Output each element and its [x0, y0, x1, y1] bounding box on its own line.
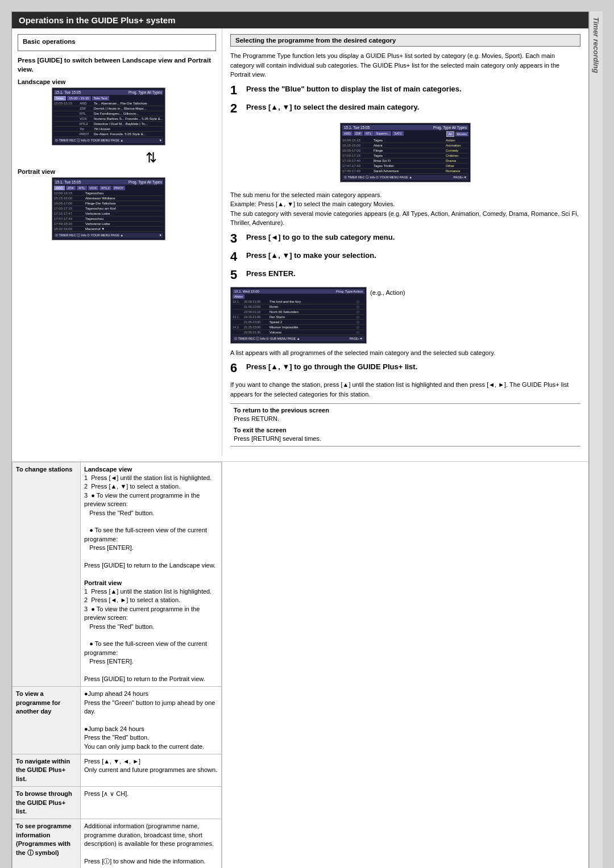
pt-row-4: 17:00-17:15 Tagesschau am fünf: [54, 206, 163, 211]
basic-ops-title: Basic operations: [23, 38, 211, 45]
ls-row-4: VOX Nurtens Barbies S... Freunde... 5.05…: [54, 116, 163, 122]
intro-text: The Programme Type function lets you dis…: [230, 51, 580, 80]
pt-tab-rtl2: RTL2: [99, 186, 111, 190]
step-5: 5 Press ENTER.: [230, 269, 580, 281]
cat-row-2: 15:15-16:00 Abent Animation: [342, 143, 468, 148]
page-wrapper: Operations in the GUIDE Plus+ system Bas…: [0, 0, 614, 868]
bottom-table: To change stations Landscape view 1 Pres…: [12, 461, 588, 868]
pt-footer: ⊙ TIMER REC ⓘ Info ⊙ YOUR MENU PAGE ▲ ▼: [54, 233, 163, 238]
return-notice-text: Press RETURN.: [234, 415, 577, 423]
action-screen-tabs: Aktion: [233, 294, 364, 299]
pt-tab-rtl: RTL: [77, 186, 86, 190]
cat-row-7: 17:40-17:40 Sarah Adventure Romance: [342, 169, 468, 174]
exit-notice-title: To exit the screen: [234, 426, 577, 435]
press-guide-text: Press [GUIDE] to switch between Landscap…: [18, 56, 216, 74]
pt-row-8: 18:30-19:00 Marienhof ▼: [54, 227, 163, 232]
content-programme-info: Additional information (programme name, …: [81, 819, 222, 868]
category-screen: 15.1. Tue 15:05 Prog. Type All Types ARD…: [340, 123, 471, 182]
section-title: Operations in the GUIDE Plus+ system: [19, 15, 176, 25]
ls-row-5: RTL2 Detective / Duel M... Bayblide | To…: [54, 122, 163, 127]
bottom-table-left: To change stations Landscape view 1 Pres…: [12, 462, 222, 868]
content-browse: Press [∧ ∨ CH].: [81, 787, 222, 819]
step6-detail: If you want to change the station, press…: [230, 380, 580, 399]
step-6-text: Press [▲, ▼] to go through the GUIDE Plu…: [246, 362, 580, 372]
landscape-view-label: Landscape view: [18, 78, 216, 85]
table-row-programme-info: To see programme information (Programmes…: [13, 819, 222, 868]
content-navigate: Press [▲, ▼, ◄, ►] Only current and futu…: [81, 754, 222, 787]
timer-recording-label: Timer recording: [592, 17, 600, 73]
step-6-content: Press [▲, ▼] to go through the GUIDE Plu…: [246, 362, 580, 372]
label-another-day: To view a programme for another day: [13, 687, 81, 754]
content-change-stations: Landscape view 1 Press [◄] until the sta…: [81, 462, 222, 687]
ls-tab-3: Tele-Text: [92, 96, 109, 101]
pt-row-2: 15:15-16:00 Abenteuer Wildtiere: [54, 196, 163, 201]
label-navigate: To navigate within the GUIDE Plus+ list.: [13, 754, 81, 787]
cat-screen-tabs: ARD ZDF RTL Superm... SAT1 All Movies: [342, 131, 468, 137]
right-column: Selecting the programme from the desired…: [222, 28, 588, 456]
portrait-screen-tabs: ARD ZDF RTL VOX RTL2 PRO7: [54, 186, 163, 190]
cat-row-5: 17:15-17:40 Britai Sci Fi Drama: [342, 158, 468, 164]
cat-screen-body: 10:00-15:15 Tages Action 15:15-16:00 Abe…: [342, 138, 468, 174]
pt-row-7: 17:49-18:30 Verbotene Liebe: [54, 222, 163, 227]
selecting-header: Selecting the programme from the desired…: [230, 34, 580, 47]
step-2-content: Press [▲, ▼] to select the desired main …: [246, 102, 580, 112]
cat-row-3: 16:00-17:00 Fliege Comedy: [342, 148, 468, 153]
ls-row-3: RTL Die Familiengerc... Gillmore...: [54, 111, 163, 116]
landscape-screen-tabs: Telev. 15:00 - 15:30 Tele-Text: [54, 96, 163, 101]
step-4-text: Press [▲, ▼] to make your selection.: [246, 251, 580, 261]
pt-row-3: 16:00-17:00 Fliege-Die Talkshow: [54, 201, 163, 206]
content-another-day: ●Jump ahead 24 hours Press the "Green" b…: [81, 687, 222, 754]
content-area: Basic operations Press [GUIDE] to switch…: [12, 28, 588, 456]
action-screen: 15.1. Wed 15:00 Prog. Type Action Aktion…: [230, 287, 367, 344]
portrait-screen: 15.1. Tue 15:05 Prog. Type All Types ARD…: [52, 177, 165, 240]
pt-tab-vox: VOX: [88, 186, 99, 190]
act-row-2: 21:00-23:00 Ronin ⓘ: [233, 304, 364, 310]
pt-row-5: 17:15-17:47 Verbotene Liebe: [54, 211, 163, 216]
act-row-5: 21:00-23:00 Speed 2 ⓘ: [233, 320, 364, 325]
step-1-number: 1: [230, 84, 246, 97]
timer-recording-sidebar: Timer recording: [589, 11, 603, 868]
exit-notice-text: Press [RETURN] several times.: [234, 435, 577, 443]
label-browse: To browse through the GUIDE Plus+ list.: [13, 787, 81, 819]
ls-footer: ⊙ TIMER REC ⓘ Info ⊙ YOUR MENU PAGE ▲ ▼: [54, 138, 163, 143]
ls-tab-1: Telev.: [54, 96, 66, 101]
step-3-content: Press [◄] to go to the sub category menu…: [246, 232, 580, 243]
pt-tab-zdf: ZDF: [66, 186, 76, 190]
action-screen-footer: ⊙ TIMER REC ⓘ Info ⊙ SUB MENU PAGE ▲ PAG…: [233, 336, 364, 341]
return-notice-title: To return to the previous screen: [234, 406, 577, 415]
step-1-content: Press the "Blue" button to display the l…: [246, 84, 580, 94]
step-3: 3 Press [◄] to go to the sub category me…: [230, 232, 580, 245]
step-2-number: 2: [230, 102, 246, 115]
bottom-table-right: [222, 462, 588, 868]
cat-screen-footer: ⊙ TIMER REC ⓘ Info ⊙ YOUR MENU PAGE ▲ PA…: [342, 175, 468, 180]
table-row-browse: To browse through the GUIDE Plus+ list. …: [13, 787, 222, 819]
pt-row-6: 17:47-17:49 Tagesschau: [54, 216, 163, 222]
notices-box: To return to the previous screen Press R…: [230, 403, 580, 446]
step-5-text: Press ENTER.: [246, 269, 580, 279]
step-1-text: Press the "Blue" button to display the l…: [246, 84, 580, 94]
label-change-stations: To change stations: [13, 462, 81, 687]
sub-menu-text: The sub menu for the selected main categ…: [230, 190, 580, 228]
table-row-navigate: To navigate within the GUIDE Plus+ list.…: [13, 754, 222, 787]
step-6: 6 Press [▲, ▼] to go through the GUIDE P…: [230, 362, 580, 374]
eg-action-label: (e.g., Action): [370, 289, 405, 296]
category-screen-wrapper: 15.1. Tue 15:05 Prog. Type All Types ARD…: [230, 120, 580, 187]
step-5-number: 5: [230, 269, 246, 281]
step-5-content: Press ENTER.: [246, 269, 580, 279]
list-appears-text: A list appears with all programmes of th…: [230, 348, 580, 358]
pt-row-1: 12:00-13:15 Tagesschau: [54, 191, 163, 196]
cat-row-6: 17:47-17:40 Tages Thriller Other: [342, 164, 468, 169]
pt-tab-pro7: PRO7: [113, 186, 125, 190]
outer-wrapper: Operations in the GUIDE Plus+ system Bas…: [11, 11, 603, 868]
cat-row-4: 17:00-17:15 Tages Children: [342, 153, 468, 158]
label-programme-info: To see programme information (Programmes…: [13, 819, 81, 868]
portrait-screen-header: 15.1. Tue 15:05 Prog. Type All Types: [54, 180, 163, 185]
table-row-another-day: To view a programme for another day ●Jum…: [13, 687, 222, 754]
ls-header-right: Prog. Type All Types: [128, 90, 162, 94]
landscape-screen-header: 15.1. Tue 15:05 Prog. Type All Types: [54, 90, 163, 95]
step-4: 4 Press [▲, ▼] to make your selection.: [230, 251, 580, 263]
act-row-6: 14.1. 21:25-23:00 Mission Impossible ⓘ: [233, 325, 364, 330]
landscape-screen: 15.1. Tue 15:05 Prog. Type All Types Tel…: [52, 87, 165, 145]
info-table: To change stations Landscape view 1 Pres…: [12, 462, 222, 868]
portrait-view-label: Portrait view: [18, 168, 216, 175]
